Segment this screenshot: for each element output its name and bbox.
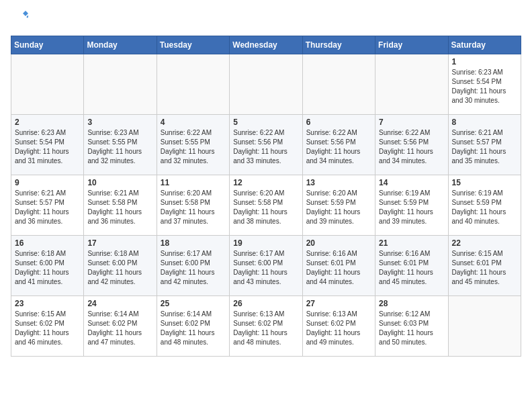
day-number: 9 (15, 178, 80, 187)
day-info: Sunrise: 6:22 AM Sunset: 5:56 PM Dayligh… (233, 128, 298, 166)
calendar-cell: 15Sunrise: 6:19 AM Sunset: 5:59 PM Dayli… (448, 175, 521, 236)
day-number: 18 (161, 238, 226, 248)
calendar-cell: 24Sunrise: 6:14 AM Sunset: 6:02 PM Dayli… (84, 296, 157, 357)
day-number: 6 (306, 118, 371, 127)
calendar-cell: 26Sunrise: 6:13 AM Sunset: 6:02 PM Dayli… (230, 296, 302, 357)
calendar-cell: 1Sunrise: 6:23 AM Sunset: 5:54 PM Daylig… (448, 54, 521, 115)
day-number: 16 (15, 238, 80, 248)
day-number: 5 (233, 118, 298, 127)
day-number: 3 (87, 118, 152, 127)
col-header-monday: Monday (84, 36, 157, 54)
calendar-cell: 6Sunrise: 6:22 AM Sunset: 5:56 PM Daylig… (302, 115, 375, 175)
day-info: Sunrise: 6:18 AM Sunset: 6:00 PM Dayligh… (87, 249, 152, 287)
calendar-cell (84, 54, 157, 115)
day-number: 22 (452, 238, 517, 248)
calendar-cell: 27Sunrise: 6:13 AM Sunset: 6:02 PM Dayli… (302, 296, 375, 357)
day-number: 1 (452, 57, 517, 66)
day-info: Sunrise: 6:18 AM Sunset: 6:00 PM Dayligh… (15, 249, 80, 287)
calendar-cell: 17Sunrise: 6:18 AM Sunset: 6:00 PM Dayli… (84, 236, 157, 296)
day-info: Sunrise: 6:13 AM Sunset: 6:02 PM Dayligh… (233, 310, 298, 347)
col-header-tuesday: Tuesday (157, 36, 229, 54)
day-info: Sunrise: 6:21 AM Sunset: 5:58 PM Dayligh… (87, 189, 152, 226)
calendar-cell (448, 296, 521, 357)
day-number: 26 (233, 299, 298, 308)
day-info: Sunrise: 6:22 AM Sunset: 5:55 PM Dayligh… (161, 128, 226, 166)
col-header-saturday: Saturday (448, 36, 521, 54)
day-info: Sunrise: 6:21 AM Sunset: 5:57 PM Dayligh… (15, 189, 80, 226)
day-info: Sunrise: 6:13 AM Sunset: 6:02 PM Dayligh… (306, 310, 371, 347)
calendar-cell: 3Sunrise: 6:23 AM Sunset: 5:55 PM Daylig… (84, 115, 157, 175)
calendar-cell (375, 54, 448, 115)
day-number: 28 (379, 299, 444, 308)
day-number: 2 (15, 118, 80, 127)
calendar-cell (157, 54, 229, 115)
day-number: 7 (379, 118, 444, 127)
day-info: Sunrise: 6:14 AM Sunset: 6:02 PM Dayligh… (87, 310, 152, 347)
calendar-cell: 19Sunrise: 6:17 AM Sunset: 6:00 PM Dayli… (230, 236, 302, 296)
day-info: Sunrise: 6:15 AM Sunset: 6:01 PM Dayligh… (452, 249, 517, 287)
calendar-cell: 7Sunrise: 6:22 AM Sunset: 5:56 PM Daylig… (375, 115, 448, 175)
calendar-cell: 11Sunrise: 6:20 AM Sunset: 5:58 PM Dayli… (157, 175, 229, 236)
calendar-cell (11, 54, 84, 115)
day-info: Sunrise: 6:16 AM Sunset: 6:01 PM Dayligh… (379, 249, 444, 287)
calendar-cell: 14Sunrise: 6:19 AM Sunset: 5:59 PM Dayli… (375, 175, 448, 236)
calendar-cell: 18Sunrise: 6:17 AM Sunset: 6:00 PM Dayli… (157, 236, 229, 296)
day-info: Sunrise: 6:21 AM Sunset: 5:57 PM Dayligh… (452, 128, 517, 166)
col-header-thursday: Thursday (302, 36, 375, 54)
col-header-wednesday: Wednesday (230, 36, 302, 54)
calendar-cell: 28Sunrise: 6:12 AM Sunset: 6:03 PM Dayli… (375, 296, 448, 357)
day-number: 24 (87, 299, 152, 308)
calendar-cell: 21Sunrise: 6:16 AM Sunset: 6:01 PM Dayli… (375, 236, 448, 296)
day-number: 11 (161, 178, 226, 187)
calendar-cell: 10Sunrise: 6:21 AM Sunset: 5:58 PM Dayli… (84, 175, 157, 236)
day-info: Sunrise: 6:16 AM Sunset: 6:01 PM Dayligh… (306, 249, 371, 287)
day-number: 20 (306, 238, 371, 248)
calendar-cell: 2Sunrise: 6:23 AM Sunset: 5:54 PM Daylig… (11, 115, 84, 175)
calendar-cell (302, 54, 375, 115)
day-info: Sunrise: 6:17 AM Sunset: 6:00 PM Dayligh… (233, 249, 298, 287)
day-info: Sunrise: 6:20 AM Sunset: 5:58 PM Dayligh… (233, 189, 298, 226)
day-info: Sunrise: 6:14 AM Sunset: 6:02 PM Dayligh… (161, 310, 226, 347)
day-number: 8 (452, 118, 517, 127)
calendar-cell: 22Sunrise: 6:15 AM Sunset: 6:01 PM Dayli… (448, 236, 521, 296)
col-header-sunday: Sunday (11, 36, 84, 54)
calendar-cell: 16Sunrise: 6:18 AM Sunset: 6:00 PM Dayli… (11, 236, 84, 296)
day-info: Sunrise: 6:19 AM Sunset: 5:59 PM Dayligh… (452, 189, 517, 226)
calendar-cell: 5Sunrise: 6:22 AM Sunset: 5:56 PM Daylig… (230, 115, 302, 175)
day-info: Sunrise: 6:15 AM Sunset: 6:02 PM Dayligh… (15, 310, 80, 347)
calendar-cell: 23Sunrise: 6:15 AM Sunset: 6:02 PM Dayli… (11, 296, 84, 357)
day-info: Sunrise: 6:22 AM Sunset: 5:56 PM Dayligh… (379, 128, 444, 166)
day-info: Sunrise: 6:23 AM Sunset: 5:54 PM Dayligh… (15, 128, 80, 166)
day-number: 25 (161, 299, 226, 308)
logo-icon (12, 11, 28, 27)
day-number: 23 (15, 299, 80, 308)
day-number: 21 (379, 238, 444, 248)
calendar-cell: 4Sunrise: 6:22 AM Sunset: 5:55 PM Daylig… (157, 115, 229, 175)
day-info: Sunrise: 6:20 AM Sunset: 5:59 PM Dayligh… (306, 189, 371, 226)
calendar-cell: 8Sunrise: 6:21 AM Sunset: 5:57 PM Daylig… (448, 115, 521, 175)
day-info: Sunrise: 6:12 AM Sunset: 6:03 PM Dayligh… (379, 310, 444, 347)
day-info: Sunrise: 6:20 AM Sunset: 5:58 PM Dayligh… (161, 189, 226, 226)
calendar-cell: 9Sunrise: 6:21 AM Sunset: 5:57 PM Daylig… (11, 175, 84, 236)
day-number: 27 (306, 299, 371, 308)
day-info: Sunrise: 6:17 AM Sunset: 6:00 PM Dayligh… (161, 249, 226, 287)
day-number: 17 (87, 238, 152, 248)
day-number: 10 (87, 178, 152, 187)
calendar-cell: 13Sunrise: 6:20 AM Sunset: 5:59 PM Dayli… (302, 175, 375, 236)
day-info: Sunrise: 6:23 AM Sunset: 5:55 PM Dayligh… (87, 128, 152, 166)
col-header-friday: Friday (375, 36, 448, 54)
calendar-cell: 25Sunrise: 6:14 AM Sunset: 6:02 PM Dayli… (157, 296, 229, 357)
logo (11, 11, 28, 30)
calendar-cell (230, 54, 302, 115)
day-number: 14 (379, 178, 444, 187)
day-number: 15 (452, 178, 517, 187)
day-info: Sunrise: 6:23 AM Sunset: 5:54 PM Dayligh… (452, 68, 517, 105)
calendar-cell: 12Sunrise: 6:20 AM Sunset: 5:58 PM Dayli… (230, 175, 302, 236)
day-info: Sunrise: 6:22 AM Sunset: 5:56 PM Dayligh… (306, 128, 371, 166)
day-number: 13 (306, 178, 371, 187)
day-number: 4 (161, 118, 226, 127)
calendar-table: SundayMondayTuesdayWednesdayThursdayFrid… (11, 36, 521, 357)
calendar-cell: 20Sunrise: 6:16 AM Sunset: 6:01 PM Dayli… (302, 236, 375, 296)
day-number: 12 (233, 178, 298, 187)
day-info: Sunrise: 6:19 AM Sunset: 5:59 PM Dayligh… (379, 189, 444, 226)
